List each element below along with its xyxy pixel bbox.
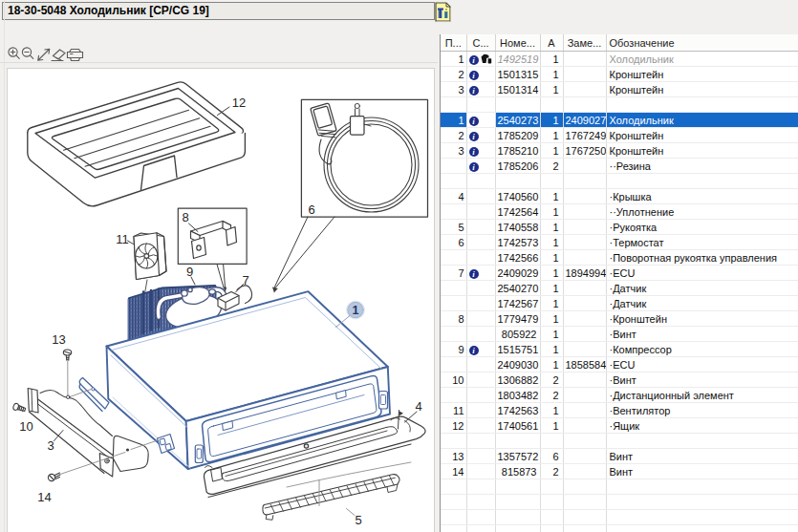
svg-text:10: 10 xyxy=(19,419,32,434)
svg-text:12: 12 xyxy=(232,96,246,110)
svg-text:13: 13 xyxy=(52,332,65,347)
svg-text:7: 7 xyxy=(242,273,248,287)
svg-text:14: 14 xyxy=(37,490,51,504)
svg-text:6: 6 xyxy=(308,202,314,217)
svg-text:3: 3 xyxy=(47,438,54,453)
svg-text:8: 8 xyxy=(182,210,188,224)
svg-text:11: 11 xyxy=(116,232,129,246)
svg-text:4: 4 xyxy=(415,399,421,414)
svg-text:9: 9 xyxy=(186,265,193,279)
svg-text:5: 5 xyxy=(355,513,361,527)
svg-text:1: 1 xyxy=(353,304,359,317)
